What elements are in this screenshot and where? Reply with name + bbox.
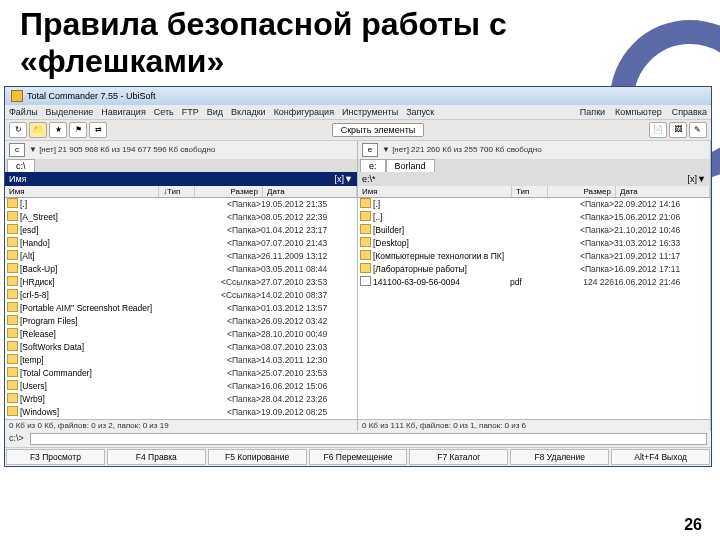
file-ext [157, 250, 193, 263]
list-item[interactable]: [Builder]<Папка>21.10.2012 10:46 [358, 224, 710, 237]
file-list[interactable]: [.]<Папка>19.05.2012 21:35[A_Street]<Пап… [5, 198, 357, 419]
fkey-copy[interactable]: F5 Копирование [208, 449, 307, 465]
col-name[interactable]: Имя [358, 186, 512, 197]
tool-icon[interactable]: 🖼 [669, 122, 687, 138]
drive-bar: c ▼ [нет] 21 905 968 Кб из 194 677 596 К… [5, 141, 357, 159]
file-size: <Папка> [193, 263, 261, 276]
list-item[interactable]: [Back-Up]<Папка>03.05.2011 08:44 [5, 263, 357, 276]
col-ext[interactable]: Тип [512, 186, 548, 197]
list-item[interactable]: [Portable AIM'' Screenshot Reader]<Папка… [5, 302, 357, 315]
tab-bar: c:\ [5, 159, 357, 172]
list-item[interactable]: [Alt]<Папка>26.11.2009 13:12 [5, 250, 357, 263]
col-date[interactable]: Дата [263, 186, 357, 197]
file-size: <Папка> [546, 211, 614, 224]
list-item[interactable]: [crl-5-8]<Ссылка>14.02.2010 08:37 [5, 289, 357, 302]
file-name: [Компьютерные технологии в ПК] [373, 250, 510, 263]
col-size[interactable]: Размер [195, 186, 263, 197]
menu-item[interactable]: Файлы [9, 107, 38, 117]
close-icon[interactable]: [x]▼ [688, 174, 706, 184]
menu-item[interactable]: Навигация [101, 107, 145, 117]
file-size: <Ссылка> [193, 289, 261, 302]
close-icon[interactable]: [x]▼ [335, 174, 353, 184]
col-date[interactable]: Дата [616, 186, 710, 197]
list-item[interactable]: [Release]<Папка>28.10.2010 00:49 [5, 328, 357, 341]
file-list[interactable]: [.]<Папка>22.09.2012 14:16[..]<Папка>15.… [358, 198, 710, 419]
list-item[interactable]: [Program Files]<Папка>26.09.2012 03:42 [5, 315, 357, 328]
tab[interactable]: e: [360, 159, 386, 172]
file-size: <Папка> [193, 367, 261, 380]
folder-icon [7, 289, 18, 299]
file-date: 01.04.2012 23:17 [261, 224, 355, 237]
folder-icon [7, 367, 18, 377]
path-bar[interactable]: e:\* [x]▼ [358, 172, 710, 186]
list-item[interactable]: [Wrb9]<Папка>28.04.2012 23:26 [5, 393, 357, 406]
menu-item[interactable]: Инструменты [342, 107, 398, 117]
list-item[interactable]: [SoftWorks Data]<Папка>08.07.2010 23:03 [5, 341, 357, 354]
list-item[interactable]: [Hando]<Папка>07.07.2010 21:43 [5, 237, 357, 250]
drive-button[interactable]: e [362, 143, 378, 157]
fkey-exit[interactable]: Alt+F4 Выход [611, 449, 710, 465]
list-item[interactable]: [.]<Папка>19.05.2012 21:35 [5, 198, 357, 211]
file-date: 28.04.2012 23:26 [261, 393, 355, 406]
free-space: ▼ [нет] 221 260 Кб из 255 700 Кб свободн… [382, 145, 542, 154]
menu-item[interactable]: Сеть [154, 107, 174, 117]
menu-item[interactable]: Вид [207, 107, 223, 117]
tool-icon[interactable]: ⇄ [89, 122, 107, 138]
list-item[interactable]: [Users]<Папка>16.06.2012 15:06 [5, 380, 357, 393]
refresh-icon[interactable]: ↻ [9, 122, 27, 138]
path-bar[interactable]: Имя [x]▼ [5, 172, 357, 186]
list-item[interactable]: [Компьютерные технологии в ПК]<Папка>21.… [358, 250, 710, 263]
file-size: <Папка> [193, 237, 261, 250]
list-item[interactable]: [A_Street]<Папка>08.05.2012 22:39 [5, 211, 357, 224]
list-item[interactable]: [HRдиск]<Ссылка>27.07.2010 23:53 [5, 276, 357, 289]
menu-item[interactable]: FTP [182, 107, 199, 117]
menu-item[interactable]: Справка [672, 107, 707, 117]
menu-item[interactable]: Компьютер [615, 107, 662, 117]
fkey-mkdir[interactable]: F7 Каталог [409, 449, 508, 465]
fkey-move[interactable]: F6 Перемещение [309, 449, 408, 465]
file-size: <Папка> [546, 263, 614, 276]
col-size[interactable]: Размер [548, 186, 616, 197]
file-ext [157, 406, 193, 419]
col-ext[interactable]: ↓Тип [159, 186, 195, 197]
folder-icon[interactable]: 📁 [29, 122, 47, 138]
file-date: 28.10.2010 00:49 [261, 328, 355, 341]
fkey-view[interactable]: F3 Просмотр [6, 449, 105, 465]
file-ext [157, 302, 193, 315]
list-item[interactable]: [Windows]<Папка>19.09.2012 08:25 [5, 406, 357, 419]
cmd-input[interactable] [30, 433, 707, 445]
menu-item[interactable]: Папки [580, 107, 605, 117]
tab[interactable]: c:\ [7, 159, 35, 172]
list-item[interactable]: [Total Commander]<Папка>25.07.2010 23:53 [5, 367, 357, 380]
file-date: 14.02.2010 08:37 [261, 289, 355, 302]
file-size: <Папка> [193, 380, 261, 393]
file-date: 22.09.2012 14:16 [614, 198, 708, 211]
list-item[interactable]: 141100-63-09-56-0094pdf124 22616.06.2012… [358, 276, 710, 289]
file-ext [157, 198, 193, 211]
drive-button[interactable]: c [9, 143, 25, 157]
fkey-edit[interactable]: F4 Правка [107, 449, 206, 465]
fkey-delete[interactable]: F8 Удаление [510, 449, 609, 465]
menu-item[interactable]: Выделение [46, 107, 94, 117]
col-name[interactable]: Имя [5, 186, 159, 197]
tool-icon[interactable]: ★ [49, 122, 67, 138]
list-item[interactable]: [temp]<Папка>14.03.2011 12:30 [5, 354, 357, 367]
tab[interactable]: Borland [386, 159, 435, 172]
tool-icon[interactable]: 📄 [649, 122, 667, 138]
menu-item[interactable]: Вкладки [231, 107, 266, 117]
list-item[interactable]: [.]<Папка>22.09.2012 14:16 [358, 198, 710, 211]
tool-icon[interactable]: ✎ [689, 122, 707, 138]
list-item[interactable]: [Desktop]<Папка>31.03.2012 16:33 [358, 237, 710, 250]
hide-elements-button[interactable]: Скрыть элементы [332, 123, 425, 137]
menu-item[interactable]: Конфигурация [274, 107, 334, 117]
list-item[interactable]: [Лабораторные работы]<Папка>16.09.2012 1… [358, 263, 710, 276]
folder-icon [7, 354, 18, 364]
file-date: 26.11.2009 13:12 [261, 250, 355, 263]
folder-icon [360, 224, 371, 234]
menu-item[interactable]: Запуск [406, 107, 434, 117]
list-item[interactable]: [esd]<Папка>01.04.2012 23:17 [5, 224, 357, 237]
folder-icon [7, 211, 18, 221]
list-item[interactable]: [..]<Папка>15.06.2012 21:06 [358, 211, 710, 224]
file-date: 16.06.2012 21:46 [614, 276, 708, 289]
tool-icon[interactable]: ⚑ [69, 122, 87, 138]
